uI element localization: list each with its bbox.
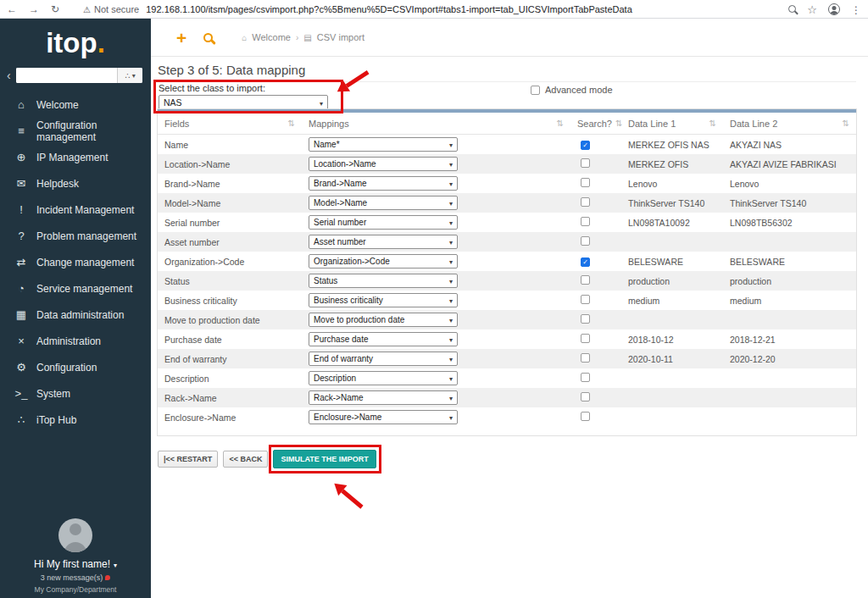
url-input[interactable]: 192.168.1.100/itsm/pages/csvimport.php?c… bbox=[146, 4, 780, 14]
sidebar-item-welcome[interactable]: ⌂Welcome bbox=[0, 91, 151, 118]
sort-icon[interactable]: ⇅ bbox=[843, 119, 849, 128]
browser-back-icon[interactable] bbox=[7, 3, 17, 15]
sidebar-item-label: Incident Management bbox=[36, 204, 134, 216]
mapping-select[interactable]: Status bbox=[309, 274, 458, 288]
mapping-select[interactable]: Model->Name bbox=[309, 196, 458, 210]
breadcrumb-csv-import[interactable]: CSV import bbox=[317, 32, 364, 42]
search-checkbox[interactable]: ✓ bbox=[581, 141, 590, 150]
browser-forward-icon[interactable] bbox=[29, 3, 39, 15]
data-line-1-value: Lenovo bbox=[621, 179, 723, 189]
sort-icon[interactable]: ⇅ bbox=[288, 119, 295, 128]
restart-button[interactable]: |<< RESTART bbox=[158, 451, 218, 468]
table-row: Model->NameModel->NameThinkServer TS140T… bbox=[158, 193, 856, 213]
search-cell: ✓ bbox=[570, 256, 621, 267]
search-checkbox[interactable] bbox=[581, 353, 590, 363]
search-scope-dropdown[interactable] bbox=[117, 68, 142, 83]
column-header[interactable]: Data Line 1⇅ bbox=[621, 119, 723, 129]
column-header[interactable]: Search?⇅ bbox=[570, 119, 621, 129]
sidebar-item-service-management[interactable]: ◔Service management bbox=[0, 275, 151, 302]
browser-reload-icon[interactable] bbox=[51, 3, 59, 15]
mapping-select[interactable]: Move to production date bbox=[309, 313, 458, 327]
mapping-select[interactable]: Enclosure->Name bbox=[309, 410, 458, 424]
sidebar-item-configuration-management[interactable]: ≡Configuration management bbox=[0, 118, 151, 144]
itop-logo[interactable]: itop. bbox=[0, 25, 151, 61]
mapping-select[interactable]: Description bbox=[309, 371, 458, 385]
search-checkbox[interactable] bbox=[581, 392, 590, 401]
zoom-icon[interactable] bbox=[788, 5, 796, 13]
search-checkbox[interactable] bbox=[581, 217, 590, 226]
title-divider bbox=[158, 81, 856, 82]
user-messages[interactable]: 3 new message(s) bbox=[0, 573, 151, 582]
chevron-down-icon bbox=[449, 296, 453, 305]
mapping-cell: Move to production date bbox=[302, 313, 570, 327]
table-row: Serial numberSerial numberLN098TA10092LN… bbox=[158, 213, 856, 232]
mapping-select[interactable]: Name* bbox=[309, 137, 458, 152]
ip-mgmt-icon: ⊕ bbox=[12, 151, 31, 163]
mapping-cell: Rack->Name bbox=[302, 390, 570, 405]
field-label: Enclosure->Name bbox=[158, 413, 302, 423]
search-checkbox[interactable] bbox=[581, 373, 590, 382]
sidebar-item-data-administration[interactable]: ▦Data administration bbox=[0, 302, 151, 328]
search-checkbox[interactable]: ✓ bbox=[581, 257, 590, 267]
field-label: Rack->Name bbox=[158, 393, 302, 403]
search-checkbox[interactable] bbox=[581, 178, 590, 187]
mapping-select[interactable]: Rack->Name bbox=[309, 390, 458, 405]
mapping-select-value: Organization->Code bbox=[314, 257, 390, 266]
breadcrumb-welcome[interactable]: Welcome bbox=[252, 32, 291, 42]
browser-menu-icon[interactable] bbox=[851, 2, 861, 17]
sidebar-item-ip-management[interactable]: ⊕IP Management bbox=[0, 144, 151, 170]
data-line-2-value: AKYAZI AVIZE FABRIKASI bbox=[723, 159, 856, 169]
mapping-select[interactable]: Business criticality bbox=[309, 293, 458, 307]
new-object-icon[interactable] bbox=[176, 29, 186, 47]
configuration-icon: ⚙ bbox=[12, 361, 31, 374]
table-row: Asset numberAsset number bbox=[158, 232, 856, 252]
problem-icon: ? bbox=[12, 230, 31, 242]
sort-icon[interactable]: ⇅ bbox=[557, 119, 564, 128]
user-greeting[interactable]: Hi My first name! bbox=[0, 558, 151, 570]
back-button[interactable]: << BACK bbox=[223, 451, 268, 468]
mapping-select[interactable]: Purchase date bbox=[309, 332, 458, 346]
bookmark-star-icon[interactable] bbox=[807, 2, 817, 17]
mapping-select[interactable]: Serial number bbox=[309, 215, 458, 230]
sidebar-item-itop-hub[interactable]: ∴iTop Hub bbox=[0, 407, 151, 433]
search-checkbox[interactable] bbox=[581, 158, 590, 168]
profile-icon[interactable] bbox=[828, 3, 840, 15]
simulate-import-button[interactable]: SIMULATE THE IMPORT bbox=[273, 450, 376, 468]
mapping-select[interactable]: Brand->Name bbox=[309, 176, 458, 191]
global-search-icon[interactable] bbox=[203, 33, 213, 42]
sidebar-item-configuration[interactable]: ⚙Configuration bbox=[0, 354, 151, 380]
chevron-down-icon bbox=[449, 335, 453, 344]
sidebar-item-change-management[interactable]: ⇄Change management bbox=[0, 249, 151, 275]
search-checkbox[interactable] bbox=[581, 197, 590, 207]
data-line-2-value: 2020-12-20 bbox=[723, 354, 856, 364]
sidebar-item-system[interactable]: >_System bbox=[0, 380, 151, 407]
mapping-select-value: Enclosure->Name bbox=[314, 413, 381, 422]
search-checkbox[interactable] bbox=[581, 295, 590, 304]
mapping-select[interactable]: Asset number bbox=[309, 235, 458, 249]
sidebar-collapse-icon[interactable] bbox=[7, 69, 11, 82]
sidebar-item-problem-management[interactable]: ?Problem management bbox=[0, 223, 151, 249]
sidebar-item-helpdesk[interactable]: ✉Helpdesk bbox=[0, 170, 151, 197]
sort-icon[interactable]: ⇅ bbox=[709, 119, 716, 128]
mapping-table: Fields⇅Mappings⇅Search?⇅Data Line 1⇅Data… bbox=[157, 108, 857, 436]
sidebar-item-incident-management[interactable]: !Incident Management bbox=[0, 197, 151, 223]
mapping-select[interactable]: Organization->Code bbox=[309, 254, 458, 269]
data-line-2-value: medium bbox=[723, 296, 856, 306]
avatar[interactable] bbox=[58, 518, 92, 552]
column-header[interactable]: Fields⇅ bbox=[158, 119, 302, 129]
column-header[interactable]: Mappings⇅ bbox=[302, 119, 570, 129]
mapping-select[interactable]: Location->Name bbox=[309, 157, 458, 171]
advanced-mode-checkbox[interactable] bbox=[531, 86, 540, 95]
search-checkbox[interactable] bbox=[581, 275, 590, 285]
column-header[interactable]: Data Line 2⇅ bbox=[723, 119, 856, 129]
security-chip[interactable]: Not secure bbox=[83, 4, 139, 14]
search-checkbox[interactable] bbox=[581, 334, 590, 343]
data-line-1-value: LN098TA10092 bbox=[621, 218, 723, 228]
search-checkbox[interactable] bbox=[581, 314, 590, 324]
search-checkbox[interactable] bbox=[581, 236, 590, 246]
sidebar-search-input[interactable] bbox=[16, 68, 117, 83]
search-checkbox[interactable] bbox=[581, 412, 590, 421]
sidebar-item-administration[interactable]: ×Administration bbox=[0, 328, 151, 354]
mapping-select[interactable]: End of warranty bbox=[309, 352, 458, 366]
browser-address-bar: Not secure 192.168.1.100/itsm/pages/csvi… bbox=[0, 0, 868, 19]
